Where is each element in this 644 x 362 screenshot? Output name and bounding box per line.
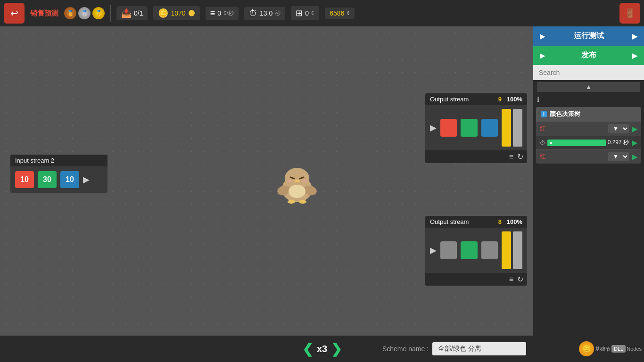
output-stream-1-footer: ≡ ↻: [425, 150, 527, 163]
total-unit: ¢: [347, 10, 350, 16]
dt-row-3: 红 ▼ ▶: [536, 149, 641, 164]
publish-play-icon: ▶: [540, 52, 545, 59]
output-stream-2-pct: 100%: [507, 218, 522, 225]
color-block-blue-1: [481, 119, 498, 137]
dt-speed-value: 0.297 秒: [608, 139, 629, 147]
color-block-red-1: [440, 119, 457, 137]
decision-tree-widget: i 颜色决策树 红 ▼ ▶ ⏱ ● 0.297 秒 ▶ 红 ▼: [536, 107, 641, 164]
svg-point-4: [294, 180, 300, 182]
bottom-info-label: 基础节: [595, 346, 611, 353]
run-play-icon-right: ▶: [632, 33, 637, 40]
input-stream-card: Input stream 2 10 30 10 ▶: [9, 154, 108, 194]
refresh-icon-2[interactable]: ↻: [517, 275, 523, 284]
dt-info-badge: i: [541, 111, 547, 117]
output-stream-2-body: ▶: [425, 228, 527, 273]
stream-1-progress-bar-2: [513, 109, 522, 147]
canvas-area[interactable]: Input stream 2 10 30 10 ▶ Output stream …: [0, 26, 533, 336]
input-stream-body: 10 30 10 ▶: [10, 166, 107, 193]
output-stream-1-body: ▶: [425, 105, 527, 150]
publish-label: 发布: [581, 50, 596, 60]
color-block-gray-2a: [440, 241, 457, 259]
scheme-label: Scheme name :: [382, 345, 429, 353]
top-bar: ↩ 销售预测 🏅 🥈 🥇 📤 0/1 🪙 1070 🪙 ≡ 0 ¢/秒 ⏱ 13…: [0, 0, 644, 26]
stream-2-progress-bar-2: [513, 231, 522, 269]
bonus-unit: ¢: [311, 10, 314, 16]
app-title: 销售预测: [30, 9, 58, 18]
exit-icon: 🚪: [625, 8, 635, 18]
throughput-value: 0: [217, 9, 221, 17]
input-block-green: 30: [38, 171, 57, 188]
coin-icon: 🪙: [158, 8, 168, 18]
total-stat: 6586 ¢: [325, 8, 355, 19]
dll-badge: DLL: [611, 345, 626, 353]
multiplier-decrease-button[interactable]: ❮: [302, 341, 313, 357]
medal-bronze: 🏅: [64, 7, 76, 19]
back-icon: ↩: [10, 8, 18, 19]
dt-play-1-button[interactable]: ▶: [632, 124, 637, 133]
dt-speed-indicator: ●: [547, 140, 606, 146]
stream-2-progress-bar: [502, 231, 511, 269]
multiplier-increase-button[interactable]: ❯: [331, 341, 342, 357]
search-input[interactable]: [533, 65, 644, 80]
dt-play-3-button[interactable]: ▶: [632, 152, 637, 161]
coins-value: 1070: [171, 9, 185, 17]
svg-point-6: [302, 180, 307, 182]
medal-silver: 🥈: [78, 7, 91, 19]
bonus-value: 0: [305, 9, 309, 17]
output-stream-card-1: Output stream 9 100% ▶ ≡ ↻: [424, 92, 528, 164]
output-stream-2-footer: ≡ ↻: [425, 273, 527, 286]
timer-unit: 秒: [275, 9, 281, 17]
coins-stat: 🪙 1070 🪙: [153, 6, 199, 20]
svg-point-11: [299, 200, 306, 204]
output-stream-1-pct: 100%: [507, 96, 522, 103]
run-test-label: 运行测试: [574, 31, 604, 41]
timer-stat: ⏱ 13.0 秒: [244, 7, 285, 20]
scheme-area: Scheme name :: [382, 342, 526, 355]
throughput-unit: ¢/秒: [223, 9, 234, 17]
export-icon: 📤: [121, 8, 132, 18]
grid-icon: ⊞: [296, 8, 303, 18]
svg-point-9: [289, 185, 305, 198]
scheme-name-input[interactable]: [432, 342, 526, 355]
nodes-label: Nodes: [627, 346, 642, 352]
output-stream-2-play-button[interactable]: ▶: [430, 245, 437, 255]
publish-play-icon-right: ▶: [632, 52, 637, 59]
multiplier-value: x3: [317, 344, 327, 354]
output-stream-2-header: Output stream 8 100%: [425, 216, 527, 228]
dt-label-1: 红: [540, 124, 605, 133]
divider-1: [110, 5, 111, 22]
input-stream-play-button[interactable]: ▶: [83, 174, 90, 185]
coins-unit: 🪙: [188, 10, 195, 16]
dt-dropdown-3[interactable]: ▼: [608, 152, 629, 161]
slot-stat: 📤 0/1: [116, 6, 148, 20]
dt-speed-icon: ⏱: [540, 140, 545, 146]
run-test-button[interactable]: ▶ 运行测试 ▶: [533, 26, 644, 46]
color-block-gray-2b: [481, 241, 498, 259]
color-block-green-1: [461, 119, 477, 137]
refresh-icon-1[interactable]: ↻: [517, 152, 523, 161]
output-stream-1-play-button[interactable]: ▶: [430, 123, 437, 133]
output-stream-1-title: Output stream: [430, 96, 469, 103]
dt-play-2-button[interactable]: ▶: [632, 138, 637, 147]
back-button[interactable]: ↩: [4, 3, 25, 24]
color-block-green-2: [461, 241, 477, 259]
multiplier-area: ❮ x3 ❯: [302, 341, 342, 357]
decision-tree-title: 颜色决策树: [550, 110, 580, 118]
scroll-up-button[interactable]: ▲: [537, 82, 640, 92]
bottom-bar: ❮ x3 ❯ Scheme name : 🪙 基础节 DLL Nodes: [0, 336, 644, 362]
info-icon: ℹ: [537, 96, 539, 103]
medals-area: 🏅 🥈 🥇: [64, 7, 105, 19]
output-stream-card-2: Output stream 8 100% ▶ ≡ ↻: [424, 215, 528, 287]
output-stream-2-title: Output stream: [430, 218, 469, 225]
input-block-red: 10: [15, 171, 34, 188]
timer-value: 13.0: [260, 9, 272, 17]
dt-dropdown-1[interactable]: ▼: [608, 124, 629, 133]
publish-button[interactable]: ▶ 发布 ▶: [533, 46, 644, 65]
layers-icon-2[interactable]: ≡: [509, 275, 513, 284]
bottom-right-info: 🪙 基础节 DLL Nodes: [579, 336, 642, 362]
exit-button[interactable]: 🚪: [619, 3, 640, 24]
svg-point-5: [287, 180, 292, 182]
total-value: 6586: [330, 9, 344, 17]
layers-icon-1[interactable]: ≡: [509, 153, 513, 161]
svg-point-10: [288, 200, 295, 204]
